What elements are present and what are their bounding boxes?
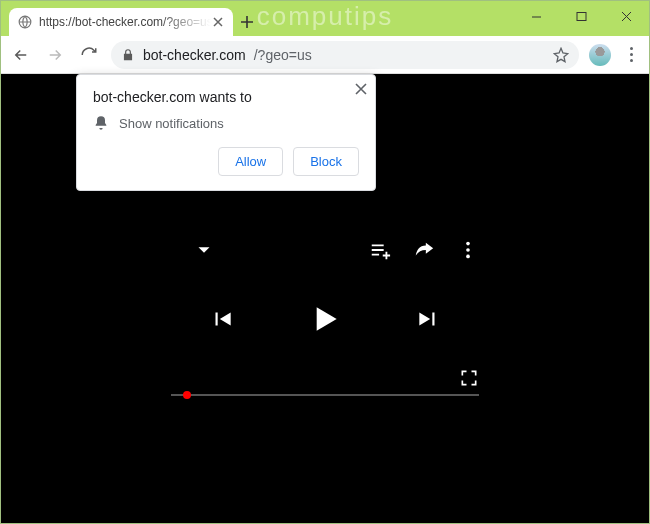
- profile-avatar[interactable]: [589, 44, 611, 66]
- more-vert-icon[interactable]: [457, 239, 479, 261]
- svg-rect-1: [577, 12, 586, 20]
- reload-button[interactable]: [77, 43, 101, 67]
- url-host: bot-checker.com: [143, 47, 246, 63]
- share-icon[interactable]: [413, 239, 435, 261]
- browser-toolbar: bot-checker.com/?geo=us: [1, 36, 649, 74]
- titlebar: computips https://bot-checker.com/?geo=u…: [1, 1, 649, 36]
- previous-track-icon[interactable]: [209, 306, 235, 332]
- close-tab-icon[interactable]: [211, 15, 225, 29]
- video-player: [1, 239, 649, 396]
- new-tab-button[interactable]: [233, 8, 261, 36]
- collapse-icon[interactable]: [193, 239, 215, 261]
- next-track-icon[interactable]: [415, 306, 441, 332]
- forward-button[interactable]: [43, 43, 67, 67]
- back-button[interactable]: [9, 43, 33, 67]
- svg-point-2: [466, 242, 470, 246]
- url-path: /?geo=us: [254, 47, 312, 63]
- globe-icon: [17, 14, 33, 30]
- play-icon[interactable]: [305, 299, 345, 339]
- progress-scrubber[interactable]: [183, 391, 191, 399]
- browser-menu-button[interactable]: [621, 47, 641, 62]
- close-prompt-icon[interactable]: [355, 83, 367, 95]
- prompt-permission-text: Show notifications: [119, 116, 224, 131]
- page-content: bot-checker.com wants to Show notificati…: [1, 74, 649, 523]
- svg-point-4: [466, 255, 470, 259]
- address-bar[interactable]: bot-checker.com/?geo=us: [111, 41, 579, 69]
- minimize-button[interactable]: [514, 1, 559, 31]
- block-button[interactable]: Block: [293, 147, 359, 176]
- allow-button[interactable]: Allow: [218, 147, 283, 176]
- close-window-button[interactable]: [604, 1, 649, 31]
- fullscreen-icon[interactable]: [459, 368, 479, 388]
- browser-tab[interactable]: https://bot-checker.com/?geo=us: [9, 8, 233, 36]
- prompt-origin-text: bot-checker.com wants to: [93, 89, 359, 105]
- bookmark-star-icon[interactable]: [553, 47, 569, 63]
- svg-point-3: [466, 248, 470, 252]
- playlist-add-icon[interactable]: [369, 239, 391, 261]
- window-controls: [514, 1, 649, 31]
- maximize-button[interactable]: [559, 1, 604, 31]
- lock-icon: [121, 48, 135, 62]
- watermark: computips: [257, 1, 394, 32]
- notification-prompt: bot-checker.com wants to Show notificati…: [76, 74, 376, 191]
- progress-bar[interactable]: [171, 394, 479, 396]
- bell-icon: [93, 115, 109, 131]
- tab-title: https://bot-checker.com/?geo=us: [39, 15, 211, 29]
